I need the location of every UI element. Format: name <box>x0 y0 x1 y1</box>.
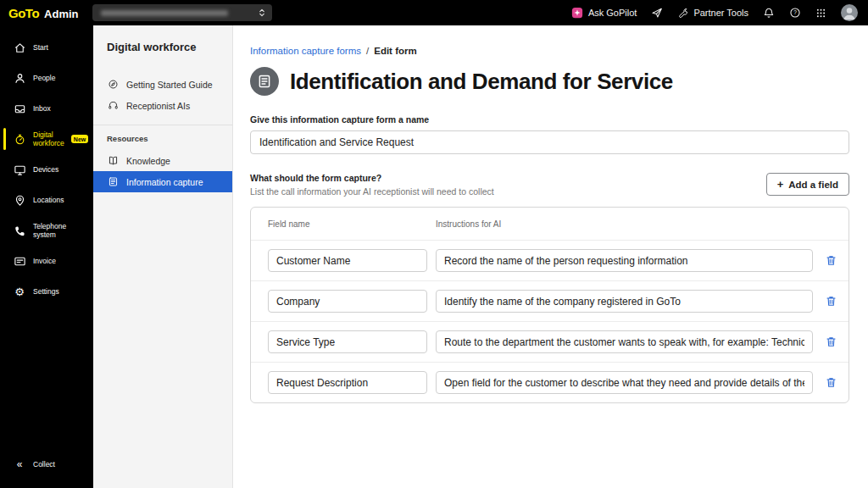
page-title: Identification and Demand for Service <box>290 69 673 95</box>
field-instructions-input[interactable] <box>436 330 813 353</box>
help-icon[interactable]: ? <box>789 7 801 19</box>
form-capture-icon <box>107 176 119 188</box>
primary-sidebar: Start People Inbox Digital workforce New… <box>0 25 93 488</box>
plus-icon: + <box>777 179 784 190</box>
sidebar-collapse-button[interactable]: « Collect <box>0 449 93 480</box>
partner-tools-button[interactable]: Partner Tools <box>677 8 748 19</box>
gear-icon: ⚙ <box>13 285 26 298</box>
delete-field-button[interactable] <box>823 375 838 391</box>
field-instructions-input[interactable] <box>436 249 813 272</box>
table-row <box>251 321 849 362</box>
new-badge: New <box>71 135 88 143</box>
svg-text:?: ? <box>793 9 797 15</box>
field-name-input[interactable] <box>268 249 427 272</box>
delete-field-button[interactable] <box>823 294 838 309</box>
sidebar-item-settings[interactable]: ⚙ Settings <box>0 276 93 307</box>
title-row: Identification and Demand for Service <box>250 67 849 96</box>
sidebar-item-telephone-system[interactable]: Telephone system <box>0 215 93 246</box>
table-row <box>251 240 849 280</box>
breadcrumb: Information capture forms / Edit form <box>250 46 849 56</box>
sidebar-item-digital-workforce[interactable]: Digital workforce New <box>0 124 93 154</box>
sidebar-item-locations[interactable]: Locations <box>0 185 93 215</box>
subnav-item-information-capture[interactable]: Information capture <box>93 171 232 192</box>
goto-wordmark: GoTo <box>8 6 39 20</box>
ask-gopilot-button[interactable]: Ask GoPilot <box>571 7 637 19</box>
fields-table: Field name Instructions for AI <box>250 207 849 403</box>
compass-icon <box>107 79 119 91</box>
double-chevron-left-icon: « <box>13 458 26 471</box>
delete-field-button[interactable] <box>823 253 838 269</box>
header-instructions: Instructions for AI <box>436 219 501 229</box>
devices-icon <box>13 163 26 176</box>
field-name-input[interactable] <box>268 371 427 394</box>
sidebar-item-inbox[interactable]: Inbox <box>0 93 93 124</box>
admin-wordmark: Admin <box>44 8 78 20</box>
secondary-sidebar: Digital workforce Getting Started Guide … <box>93 25 233 488</box>
ask-gopilot-label: Ask GoPilot <box>588 8 637 18</box>
table-header: Field name Instructions for AI <box>251 208 849 240</box>
delete-field-button[interactable] <box>823 335 838 350</box>
subnav-item-getting-started-guide[interactable]: Getting Started Guide <box>93 74 232 95</box>
topbar: GoTo Admin Ask GoPilot Partner Tools ? <box>0 0 868 25</box>
capture-subheading: List the call information your AI recept… <box>250 186 494 197</box>
apps-grid-icon[interactable] <box>815 8 826 19</box>
user-avatar[interactable] <box>841 4 858 21</box>
form-title-icon <box>250 67 279 96</box>
map-pin-icon <box>13 193 26 207</box>
table-row <box>251 280 849 321</box>
inbox-icon <box>13 102 26 115</box>
gopilot-icon <box>571 7 583 19</box>
topbar-actions: Ask GoPilot Partner Tools ? <box>571 4 858 21</box>
breadcrumb-separator: / <box>366 46 369 56</box>
field-instructions-input[interactable] <box>436 371 813 394</box>
breadcrumb-current: Edit form <box>374 46 416 56</box>
capture-row: What should the form capture? List the c… <box>250 173 849 197</box>
subnav-item-knowledge[interactable]: Knowledge <box>93 150 232 171</box>
subnav-item-receptionist-ais[interactable]: Receptionist AIs <box>93 95 232 116</box>
goto-logo[interactable]: GoTo Admin <box>8 6 79 20</box>
subnav-title: Digital workforce <box>93 39 232 53</box>
sidebar-item-start[interactable]: Start <box>0 32 93 63</box>
sidebar-item-invoice[interactable]: Invoice <box>0 246 93 276</box>
main-content: Information capture forms / Edit form Id… <box>233 25 868 488</box>
field-instructions-input[interactable] <box>436 290 813 313</box>
field-name-input[interactable] <box>268 290 427 313</box>
breadcrumb-parent-link[interactable]: Information capture forms <box>250 46 361 56</box>
account-selector[interactable] <box>92 4 272 21</box>
resources-section-label: Resources <box>93 125 232 150</box>
home-icon <box>13 41 26 54</box>
form-name-label: Give this information capture form a nam… <box>250 114 849 125</box>
chevron-up-down-icon <box>257 8 267 18</box>
account-name-redacted <box>101 10 228 16</box>
capture-heading: What should the form capture? <box>250 173 494 183</box>
capture-text: What should the form capture? List the c… <box>250 173 494 197</box>
header-field-name: Field name <box>268 219 427 229</box>
field-name-input[interactable] <box>268 330 427 353</box>
form-name-input[interactable] <box>250 130 849 154</box>
people-icon <box>13 71 26 85</box>
sidebar-item-devices[interactable]: Devices <box>0 154 93 185</box>
send-icon[interactable] <box>651 7 663 19</box>
add-field-label: Add a field <box>788 180 838 190</box>
book-icon <box>107 155 119 167</box>
headset-icon <box>107 100 119 112</box>
table-row <box>251 362 849 402</box>
partner-tools-label: Partner Tools <box>693 8 748 18</box>
phone-icon <box>13 224 26 237</box>
invoice-icon <box>13 254 26 268</box>
wrench-icon <box>677 8 688 19</box>
digital-workforce-icon <box>13 132 26 146</box>
notifications-bell-icon[interactable] <box>763 7 775 19</box>
add-field-button[interactable]: + Add a field <box>766 173 849 196</box>
sidebar-item-people[interactable]: People <box>0 63 93 93</box>
